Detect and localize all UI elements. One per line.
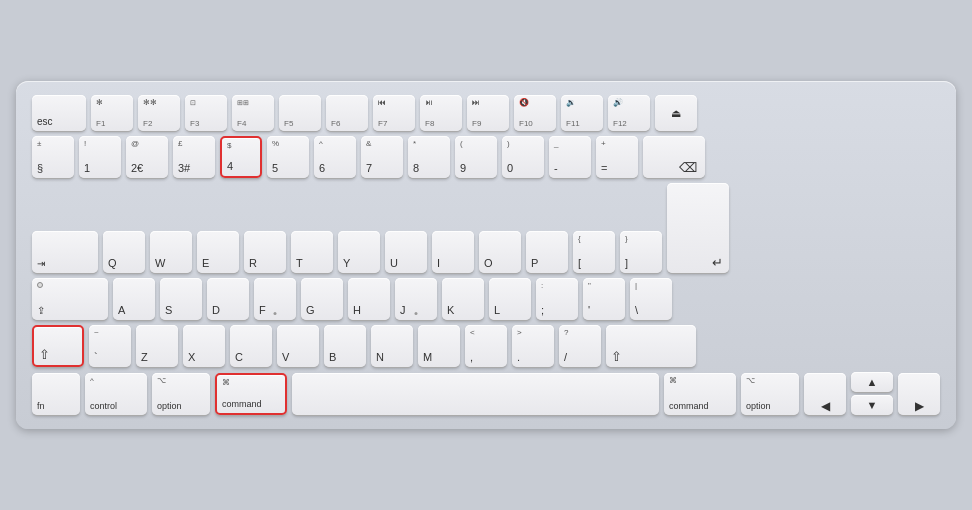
key-r[interactable]: R	[244, 231, 286, 273]
key-delete[interactable]: ⌫	[643, 136, 705, 178]
key-s[interactable]: S	[160, 278, 202, 320]
key-f7[interactable]: ⏮ F7	[373, 95, 415, 131]
key-l[interactable]: L	[489, 278, 531, 320]
key-g[interactable]: G	[301, 278, 343, 320]
key-b[interactable]: B	[324, 325, 366, 367]
key-o[interactable]: O	[479, 231, 521, 273]
key-slash[interactable]: ? /	[559, 325, 601, 367]
key-7[interactable]: & 7	[361, 136, 403, 178]
zxcv-row: ⇧ ~ ` Z X C V B N M < , >	[32, 325, 940, 367]
key-8[interactable]: * 8	[408, 136, 450, 178]
key-j[interactable]: J	[395, 278, 437, 320]
key-minus[interactable]: _ -	[549, 136, 591, 178]
key-period[interactable]: > .	[512, 325, 554, 367]
key-f[interactable]: F	[254, 278, 296, 320]
key-command-right[interactable]: ⌘ command	[664, 373, 736, 415]
key-f6[interactable]: F6	[326, 95, 368, 131]
key-m[interactable]: M	[418, 325, 460, 367]
key-control[interactable]: ^ control	[85, 373, 147, 415]
fkey-row: esc ✻ F1 ✻✻ F2 ⊡ F3 ⊞⊞ F4 F5 F6 ⏮ F7 ⏯	[32, 95, 940, 131]
key-space[interactable]	[292, 373, 659, 415]
key-x[interactable]: X	[183, 325, 225, 367]
key-f4[interactable]: ⊞⊞ F4	[232, 95, 274, 131]
key-fn[interactable]: fn	[32, 373, 80, 415]
key-9[interactable]: ( 9	[455, 136, 497, 178]
key-v[interactable]: V	[277, 325, 319, 367]
key-z[interactable]: Z	[136, 325, 178, 367]
key-f5[interactable]: F5	[279, 95, 321, 131]
key-u[interactable]: U	[385, 231, 427, 273]
key-arrow-right[interactable]: ▶	[898, 373, 940, 415]
key-c[interactable]: C	[230, 325, 272, 367]
key-y[interactable]: Y	[338, 231, 380, 273]
key-i[interactable]: I	[432, 231, 474, 273]
key-arrow-left[interactable]: ◀	[804, 373, 846, 415]
bottom-row: fn ^ control ⌥ option ⌘ command ⌘ comman…	[32, 372, 940, 415]
key-a[interactable]: A	[113, 278, 155, 320]
key-tab[interactable]: ⇥	[32, 231, 98, 273]
key-5[interactable]: % 5	[267, 136, 309, 178]
key-rbracket[interactable]: } ]	[620, 231, 662, 273]
key-f1[interactable]: ✻ F1	[91, 95, 133, 131]
key-d[interactable]: D	[207, 278, 249, 320]
key-section[interactable]: ± §	[32, 136, 74, 178]
key-3[interactable]: £ 3#	[173, 136, 215, 178]
key-4[interactable]: $ 4	[220, 136, 262, 178]
key-lbracket[interactable]: { [	[573, 231, 615, 273]
key-e[interactable]: E	[197, 231, 239, 273]
key-shift-left[interactable]: ⇧	[32, 325, 84, 367]
key-arrow-down[interactable]: ▼	[851, 395, 893, 415]
key-f8[interactable]: ⏯ F8	[420, 95, 462, 131]
key-2[interactable]: @ 2€	[126, 136, 168, 178]
key-n[interactable]: N	[371, 325, 413, 367]
key-eject[interactable]: ⏏	[655, 95, 697, 131]
key-equals[interactable]: + =	[596, 136, 638, 178]
qwerty-row: ⇥ Q W E R T Y U I O P {	[32, 183, 940, 273]
key-p[interactable]: P	[526, 231, 568, 273]
key-comma[interactable]: < ,	[465, 325, 507, 367]
key-t[interactable]: T	[291, 231, 333, 273]
key-arrow-up[interactable]: ▲	[851, 372, 893, 392]
key-capslock[interactable]: ⇪	[32, 278, 108, 320]
key-esc[interactable]: esc	[32, 95, 86, 131]
asdf-row: ⇪ A S D F G H J K L	[32, 278, 940, 320]
key-q[interactable]: Q	[103, 231, 145, 273]
key-h[interactable]: H	[348, 278, 390, 320]
keyboard: esc ✻ F1 ✻✻ F2 ⊡ F3 ⊞⊞ F4 F5 F6 ⏮ F7 ⏯	[16, 81, 956, 429]
number-row: ± § ! 1 @ 2€ £ 3# $ 4 % 5 ^ 6 & 7	[32, 136, 940, 178]
key-f9[interactable]: ⏭ F9	[467, 95, 509, 131]
key-semicolon[interactable]: : ;	[536, 278, 578, 320]
key-6[interactable]: ^ 6	[314, 136, 356, 178]
key-f10[interactable]: 🔇 F10	[514, 95, 556, 131]
key-return[interactable]: ↵	[667, 183, 729, 273]
key-f12[interactable]: 🔊 F12	[608, 95, 650, 131]
key-0[interactable]: ) 0	[502, 136, 544, 178]
key-f11[interactable]: 🔉 F11	[561, 95, 603, 131]
key-shift-right[interactable]: ⇧	[606, 325, 696, 367]
key-f2[interactable]: ✻✻ F2	[138, 95, 180, 131]
key-f3[interactable]: ⊡ F3	[185, 95, 227, 131]
key-w[interactable]: W	[150, 231, 192, 273]
key-quote[interactable]: " '	[583, 278, 625, 320]
key-backslash[interactable]: | \	[630, 278, 672, 320]
key-k[interactable]: K	[442, 278, 484, 320]
key-1[interactable]: ! 1	[79, 136, 121, 178]
key-tilde[interactable]: ~ `	[89, 325, 131, 367]
key-option-right[interactable]: ⌥ option	[741, 373, 799, 415]
key-option-left[interactable]: ⌥ option	[152, 373, 210, 415]
key-command-left[interactable]: ⌘ command	[215, 373, 287, 415]
